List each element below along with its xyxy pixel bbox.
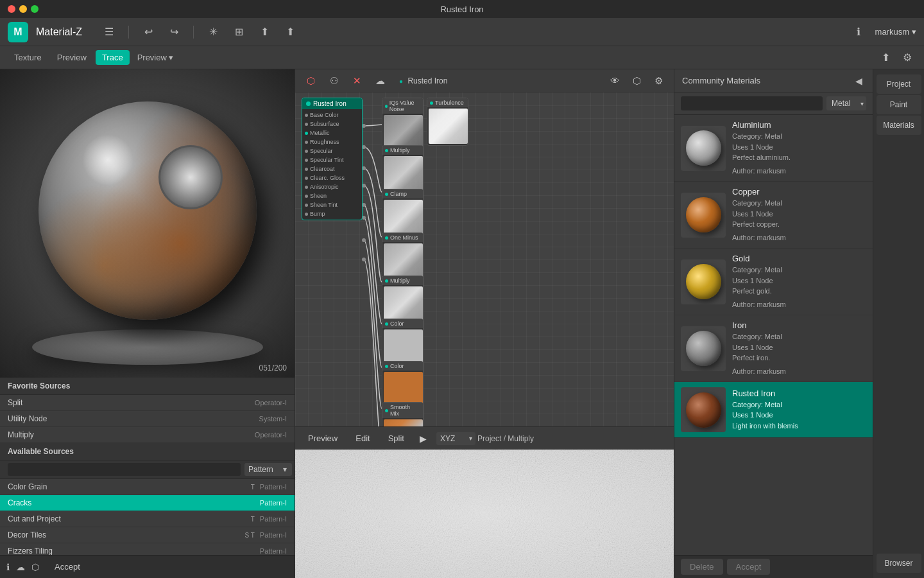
mat-nodes: Uses 1 Node [732, 276, 866, 286]
material-rusted-iron[interactable]: Rusted Iron Category: Metal Uses 1 Node … [674, 382, 873, 438]
material-aluminium[interactable]: Aluminium Category: Metal Uses 1 Node Pe… [674, 115, 873, 182]
redo-button[interactable]: ↪ [165, 23, 183, 41]
mat-info-aluminium: Aluminium Category: Metal Uses 1 Node Pe… [732, 120, 866, 176]
upload2-button[interactable]: ⬆ [281, 23, 299, 41]
info-button[interactable]: ℹ [850, 23, 868, 41]
material-copper[interactable]: Copper Category: Metal Uses 1 Node Perfe… [674, 182, 873, 249]
mat-desc: Perfect copper. [732, 219, 866, 230]
mat-nodes: Uses 1 Node [732, 410, 866, 421]
cloud-icon[interactable]: ☁ [16, 562, 25, 572]
port-sheen-tint: Sheen Tint [302, 200, 362, 209]
mat-info-copper: Copper Category: Metal Uses 1 Node Perfe… [732, 187, 866, 243]
ng-edit-btn[interactable]: Edit [349, 431, 376, 446]
ng-icon-net[interactable]: ⚇ [325, 72, 343, 90]
favorite-multiply[interactable]: Multiply Operator-I [0, 427, 295, 443]
source-name: Split [8, 398, 255, 407]
source-fizzers[interactable]: Fizzers Tiling Pattern-I [0, 543, 295, 555]
asterisk-button[interactable]: ✳ [204, 23, 222, 41]
accept-button[interactable]: Accept [46, 559, 89, 575]
info-icon[interactable]: ℹ [6, 562, 10, 572]
menu-button[interactable]: ☰ [100, 23, 118, 41]
projection-label: Project / Multiply [477, 434, 534, 443]
mat-name: Iron [732, 320, 866, 330]
undo-button[interactable]: ↩ [139, 23, 157, 41]
source-name: Decor Tiles [8, 530, 244, 539]
settings-button[interactable]: ⚙ [898, 49, 916, 67]
port-clearcoat-gloss: Clearc. Gloss [302, 173, 362, 182]
mat-nodes: Uses 1 Node [732, 342, 866, 353]
source-cut-project[interactable]: Cut and Project T Pattern-I [0, 511, 295, 527]
node-iqs: IQs Value Noise [382, 98, 424, 152]
right-bottom-bar: Delete Accept [674, 555, 873, 578]
ng-right: 👁 ⬡ ⚙ [606, 72, 667, 90]
source-cracks[interactable]: Cracks Pattern-I [0, 495, 295, 511]
toolbar-right: ℹ markusm ▾ [850, 23, 916, 41]
material-gold[interactable]: Gold Category: Metal Uses 1 Node Perfect… [674, 249, 873, 315]
mat-author: Author: markusm [732, 299, 866, 310]
ng-icon-snap[interactable]: ⬡ [302, 72, 320, 90]
favorite-utility[interactable]: Utility Node System-I [0, 411, 295, 427]
port-specular-tint: Specular Tint [302, 155, 362, 164]
port-base-color: Base Color [302, 110, 362, 119]
node-graph-area[interactable]: Rusted Iron Base Color Subsurface Metall… [295, 92, 674, 426]
preview-dropdown-button[interactable]: Preview ▾ [132, 50, 178, 65]
source-decor-tiles[interactable]: Decor Tiles S T Pattern-I [0, 527, 295, 543]
ng-play-btn[interactable]: ▶ [416, 431, 431, 446]
mat-name: Aluminium [732, 120, 866, 130]
accept-material-button[interactable]: Accept [727, 559, 771, 575]
tab-trace[interactable]: Trace [96, 50, 130, 65]
minimize-button[interactable] [19, 5, 27, 13]
bottom-bar: ℹ ☁ ⬡ Accept [0, 555, 295, 578]
port-clearcoat: Clearcoat [302, 164, 362, 173]
side-tab-browser[interactable]: Browser [877, 554, 921, 573]
ng-icon-cross[interactable]: ✕ [348, 72, 366, 90]
side-tabs: Project Paint Materials Browser [873, 69, 924, 578]
ng-split-btn[interactable]: Split [382, 431, 411, 446]
ng-preview-btn[interactable]: Preview [302, 431, 344, 446]
node-graph-bottom: Preview Edit Split ▶ XYZ UV Object ▾ Pro… [295, 426, 674, 450]
source-cat: Operator-I [255, 399, 287, 407]
node-graph-title: ● Rusted Iron [399, 76, 447, 85]
export-button[interactable]: ⬆ [877, 49, 894, 67]
side-tab-paint[interactable]: Paint [877, 95, 921, 114]
port-roughness: Roughness [302, 137, 362, 146]
port-specular: Specular [302, 146, 362, 155]
tab-texture[interactable]: Texture [8, 50, 48, 65]
app-name: Material-Z [36, 26, 82, 38]
mat-author: Author: markusm [732, 232, 866, 243]
ng-share-btn[interactable]: ⬡ [628, 72, 646, 90]
category-dropdown[interactable]: Metal Paint Wood Stone [826, 96, 866, 110]
favorite-split[interactable]: Split Operator-I [0, 395, 295, 411]
mat-author: Author: markusm [732, 166, 866, 177]
source-cat: Operator-I [255, 431, 287, 439]
upload-button[interactable]: ⬆ [255, 23, 273, 41]
ng-visibility-btn[interactable]: 👁 [606, 72, 624, 90]
source-color-grain[interactable]: Color Grain T Pattern-I [0, 479, 295, 495]
category-select[interactable]: Pattern Operator System [244, 463, 292, 476]
tab-preview[interactable]: Preview [51, 50, 93, 65]
xyz-select[interactable]: XYZ UV Object [436, 432, 475, 445]
side-tab-materials[interactable]: Materials [877, 116, 921, 135]
community-materials-title: Community Materials [682, 76, 852, 85]
texture-preview-area [295, 450, 674, 578]
delete-button[interactable]: Delete [681, 559, 723, 575]
community-search-input[interactable] [681, 96, 823, 110]
port-subsurface: Subsurface [302, 119, 362, 128]
mat-name: Copper [732, 187, 866, 197]
side-tab-project[interactable]: Project [877, 74, 921, 94]
share-icon[interactable]: ⬡ [31, 562, 39, 572]
mat-info-rusted: Rusted Iron Category: Metal Uses 1 Node … [732, 389, 866, 432]
available-sources-title: Available Sources [0, 443, 295, 460]
ng-icon-layers[interactable]: ☁ [371, 72, 389, 90]
ng-settings-btn[interactable]: ⚙ [649, 72, 667, 90]
material-iron[interactable]: Iron Category: Metal Uses 1 Node Perfect… [674, 315, 873, 382]
source-search-input[interactable] [8, 463, 241, 476]
available-header: Pattern Operator System ▾ [0, 460, 295, 479]
window-title: Rusted Iron [440, 4, 483, 14]
maximize-button[interactable] [31, 5, 38, 13]
port-metallic: Metallic [302, 128, 362, 137]
user-menu-button[interactable]: markusm ▾ [875, 27, 916, 37]
collapse-panel-button[interactable]: ◀ [852, 74, 865, 87]
grid-button[interactable]: ⊞ [230, 23, 248, 41]
close-button[interactable] [8, 5, 15, 13]
